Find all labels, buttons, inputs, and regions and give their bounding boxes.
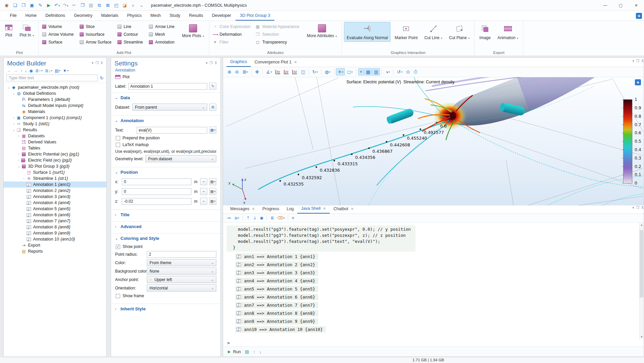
zoom-extents-icon[interactable]: ✥ bbox=[253, 68, 261, 76]
update-icon[interactable]: ↺▾ bbox=[395, 68, 404, 76]
zoom-in-icon[interactable]: ⊕ bbox=[226, 68, 233, 76]
tree-item-derived-values[interactable]: 8.85e-12Derived Values bbox=[4, 139, 106, 145]
attribute-deformation-button[interactable]: ⟿Deformation bbox=[211, 32, 252, 37]
panel-menu-icon[interactable]: ▾ bbox=[206, 61, 208, 65]
ribbon-tab-study[interactable]: Study bbox=[165, 11, 185, 21]
tree-item-annotation-5[interactable]: TAnnotation 5{ann5} bbox=[4, 206, 106, 212]
run-button[interactable]: ▶Run bbox=[228, 350, 241, 354]
add-plot-surface-button[interactable]: Surface bbox=[41, 39, 75, 45]
shell-scrollbar[interactable]: ▲▼ bbox=[639, 223, 644, 339]
open-icon[interactable]: ❒ bbox=[20, 3, 27, 8]
expand-chevron-icon[interactable]: › bbox=[11, 116, 16, 119]
more-plots-button[interactable]: More Plots ▾ bbox=[179, 22, 207, 40]
draw-icon[interactable]: ◪ bbox=[121, 3, 129, 8]
panel-header-icons[interactable]: ▾❐⊼ bbox=[633, 204, 644, 214]
scroll-up-icon[interactable]: ▲ bbox=[641, 223, 643, 226]
select-box-icon[interactable]: ◰ bbox=[112, 3, 120, 8]
add-plot-arrow-line-button[interactable]: Arrow Line bbox=[147, 24, 176, 29]
tree-item-materials[interactable]: ◉Materials bbox=[4, 109, 106, 115]
forward-icon[interactable]: → bbox=[13, 68, 19, 73]
view-yz-icon[interactable]: yz bbox=[282, 69, 290, 75]
ribbon-tab-mesh[interactable]: Mesh bbox=[146, 11, 165, 21]
zoom-out-icon[interactable]: ⊖ bbox=[233, 68, 240, 76]
marker-point-button[interactable]: Marker Point bbox=[392, 22, 420, 42]
advanced-section-header[interactable]: ›Advanced bbox=[111, 223, 220, 230]
add-plot-arrow-volume-button[interactable]: Arrow Volume bbox=[41, 32, 75, 37]
add-plot-arrow-surface-button[interactable]: Arrow Surface bbox=[78, 39, 113, 45]
comsol-logo-icon[interactable]: ◉ bbox=[3, 3, 10, 8]
ribbon-tab-3d-plot-group-3[interactable]: 3D Plot Group 3 bbox=[236, 11, 275, 21]
ribbon-tab-file[interactable]: File bbox=[5, 11, 21, 21]
tree-item-annotation-1[interactable]: TAnnotation 1{ann1} bbox=[4, 182, 106, 188]
expand-chevron-icon[interactable]: ⌄ bbox=[17, 165, 21, 168]
rotate-icon[interactable]: ↻▾ bbox=[311, 68, 319, 76]
paste-icon[interactable]: ▤ bbox=[87, 3, 95, 8]
ribbon-tab-home[interactable]: Home bbox=[21, 11, 41, 21]
orientation-dropdown[interactable]: Horizontal⌄ bbox=[147, 284, 216, 291]
export-animation-button[interactable]: Animation ▾ bbox=[495, 22, 521, 42]
scroll-down-icon[interactable]: ▼ bbox=[641, 335, 643, 338]
show-grid-icon[interactable]: ▦ bbox=[364, 68, 372, 76]
pin-panel-icon[interactable]: ⊼ bbox=[215, 61, 217, 65]
tree-item-global-definitions[interactable]: ⌄◍Global Definitions bbox=[4, 90, 106, 96]
coloring-section-header[interactable]: ⌄Coloring and Style bbox=[111, 235, 220, 242]
quantity-icon[interactable]: ▦▾ bbox=[209, 188, 216, 195]
tree-item-annotation-4[interactable]: TAnnotation 4{ann4} bbox=[4, 200, 106, 206]
expand-chevron-icon[interactable]: ⌄ bbox=[6, 86, 11, 89]
position-section-header[interactable]: ⌄Position bbox=[111, 169, 220, 175]
assistant-badge-icon[interactable]: ◈ bbox=[636, 13, 642, 19]
run-history-icon[interactable]: ≔ bbox=[226, 215, 233, 221]
add-plot-volume-button[interactable]: Volume bbox=[41, 24, 75, 29]
tree-item-default-model-inputs[interactable]: ⇆Default Model Inputs{cminpt} bbox=[4, 103, 106, 109]
ribbon-tab-results[interactable]: Results bbox=[185, 11, 208, 21]
customize-qat-icon[interactable]: ⌄ bbox=[138, 3, 145, 8]
inherit-style-section-header[interactable]: ›Inherit Style bbox=[111, 306, 220, 312]
node-filter-icon[interactable]: ▼▾ bbox=[62, 68, 69, 73]
tree-item-parameters-1[interactable]: PᵢParameters 1{default} bbox=[4, 96, 106, 103]
delete-icon[interactable]: ⊠ bbox=[104, 3, 112, 8]
more-attributes-button[interactable]: More Attributes ▾ bbox=[304, 22, 340, 40]
add-plot-annotation-button[interactable]: Annotation bbox=[147, 39, 176, 45]
ribbon-tab-geometry[interactable]: Geometry bbox=[70, 11, 97, 21]
console-tab-java-shell[interactable]: Java Shell✕ bbox=[297, 204, 330, 214]
color-theme-icon[interactable]: ◑▾ bbox=[384, 68, 392, 76]
anchor-point-dropdown[interactable]: ⁘Upper left⌄ bbox=[147, 276, 216, 283]
panel-header-icons[interactable]: ▾❐⊼ bbox=[92, 60, 103, 65]
canvas-assistant-icon[interactable]: ◈ bbox=[635, 79, 641, 85]
tree-item-pacemaker-electrode-mph[interactable]: ⌄◆pacemaker_electrode.mph(root) bbox=[4, 84, 106, 90]
float-panel-icon[interactable]: ❐ bbox=[96, 61, 99, 65]
plot-button[interactable]: Plot bbox=[2, 22, 16, 39]
show-icon[interactable]: ◉ bbox=[29, 68, 34, 73]
expression-icon[interactable]: ▦▾ bbox=[209, 127, 216, 134]
data-section-header[interactable]: ⌄Data bbox=[111, 94, 220, 101]
range-icon[interactable]: ⌁ bbox=[200, 178, 207, 185]
close-tab-icon[interactable]: ✕ bbox=[351, 207, 354, 211]
collapse-all-icon[interactable]: ≣↑▾ bbox=[34, 68, 43, 73]
tree-item-annotation-2[interactable]: TAnnotation 2{ann2} bbox=[4, 188, 106, 194]
java-shell-output[interactable]: model.result("pg3").feature(tag).set("po… bbox=[223, 223, 644, 339]
snapshot-icon[interactable]: ⊙ bbox=[404, 68, 411, 76]
edit-dataset-icon[interactable]: ⊞ bbox=[209, 104, 216, 111]
new-file-icon[interactable]: ❏ bbox=[11, 3, 19, 8]
environment-icon[interactable]: ◍▾ bbox=[323, 68, 332, 76]
move-up-icon[interactable]: ↑ bbox=[20, 68, 23, 73]
close-tab-icon[interactable]: ✕ bbox=[294, 60, 297, 64]
copy-icon[interactable]: ❐ bbox=[79, 3, 86, 8]
stop-icon[interactable]: ■ bbox=[290, 215, 295, 221]
close-button[interactable]: ✕ bbox=[628, 0, 644, 11]
quantity-icon[interactable]: ▦▾ bbox=[209, 178, 216, 185]
expand-all-icon[interactable]: ≣↓▾ bbox=[44, 68, 53, 73]
save-icon[interactable]: ▣ bbox=[28, 3, 36, 8]
graphics-canvas[interactable]: 0.4325350.4325920.4328360.4333150.434356… bbox=[223, 77, 644, 204]
add-plot-slice-button[interactable]: Slice bbox=[78, 24, 113, 29]
tree-item-component-1[interactable]: ›▣Component 1(comp1) {comp1} bbox=[4, 115, 106, 121]
projection-icon[interactable]: ◫ bbox=[299, 68, 307, 76]
export-image-button[interactable]: Image bbox=[477, 22, 493, 42]
view-xz-icon[interactable]: xz bbox=[291, 69, 299, 75]
console-tab-messages[interactable]: Messages✕ bbox=[226, 204, 259, 214]
close-tab-icon[interactable]: ✕ bbox=[252, 207, 255, 211]
tree-item-datasets[interactable]: ›▦Datasets bbox=[4, 133, 106, 139]
ribbon-tab-physics[interactable]: Physics bbox=[123, 11, 146, 21]
duplicate-icon[interactable]: ⧉ bbox=[96, 3, 103, 8]
show-legend-icon[interactable]: ▥ bbox=[372, 68, 380, 76]
